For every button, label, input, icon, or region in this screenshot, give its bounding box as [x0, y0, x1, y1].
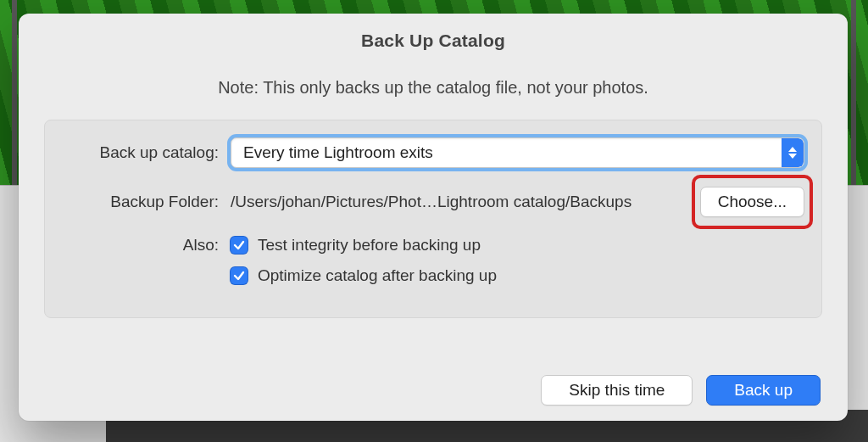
- integrity-checkbox-label: Test integrity before backing up: [258, 236, 481, 255]
- also-label: Also:: [62, 236, 231, 255]
- dialog-footer: Skip this time Back up: [541, 375, 821, 406]
- skip-button[interactable]: Skip this time: [541, 375, 693, 406]
- backup-folder-path: /Users/johan/Pictures/Phot…Lightroom cat…: [231, 193, 700, 211]
- choose-folder-button[interactable]: Choose...: [700, 187, 804, 217]
- dialog-title: Back Up Catalog: [19, 14, 848, 58]
- backup-schedule-select[interactable]: Every time Lightroom exits: [231, 137, 804, 168]
- backup-catalog-label: Back up catalog:: [62, 143, 231, 162]
- select-arrows-icon: [782, 138, 804, 167]
- optimize-checkbox[interactable]: [231, 267, 248, 284]
- backup-button[interactable]: Back up: [706, 375, 821, 406]
- backup-folder-label: Backup Folder:: [62, 193, 231, 211]
- optimize-checkbox-label: Optimize catalog after backing up: [258, 266, 497, 285]
- backup-schedule-value: Every time Lightroom exits: [231, 143, 782, 162]
- backup-catalog-dialog: Back Up Catalog Note: This only backs up…: [19, 14, 848, 421]
- integrity-checkbox[interactable]: [231, 237, 248, 254]
- dialog-note: Note: This only backs up the catalog fil…: [19, 58, 848, 116]
- settings-panel: Back up catalog: Every time Lightroom ex…: [44, 120, 822, 318]
